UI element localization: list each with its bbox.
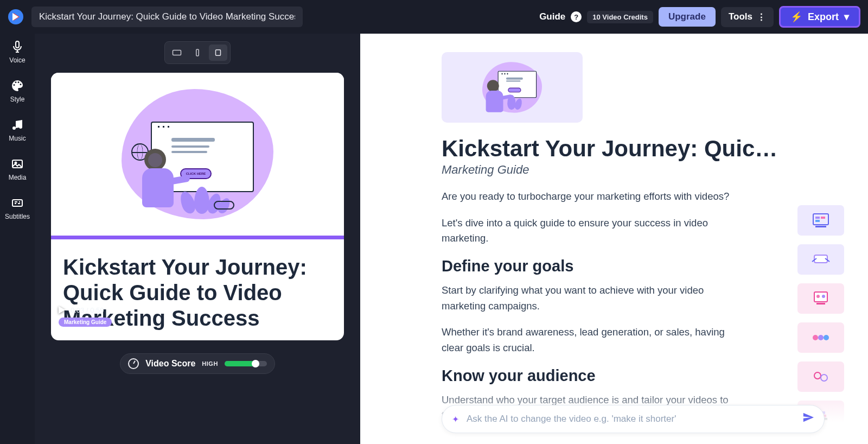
svg-rect-6 [12,200,22,206]
content-heading[interactable]: Know your audience [442,367,738,385]
export-button[interactable]: ⚡ Export ▾ [779,6,860,28]
topbar: Guide ? 10 Video Credits Upgrade Tools ⋮… [0,0,868,34]
tools-button[interactable]: Tools ⋮ [721,7,774,27]
play-icon[interactable] [59,306,65,314]
svg-rect-11 [815,217,820,219]
content-paragraph[interactable]: Whether it's brand awareness, lead gener… [442,325,738,356]
scene-thumbnails [797,205,844,431]
scene-thumb[interactable] [797,322,844,353]
sidebar-item-music[interactable]: Music [9,118,25,142]
svg-rect-19 [816,303,825,305]
svg-point-3 [19,125,22,129]
svg-rect-13 [815,220,820,222]
subtitle-chip: Marketing Guide [59,318,112,327]
sidebar-item-subtitles[interactable]: Subtitles [5,196,30,220]
svg-point-18 [822,295,825,298]
svg-rect-7 [173,50,181,55]
guide-label[interactable]: Guide [539,11,565,22]
svg-rect-16 [814,292,827,302]
content-title[interactable]: Kickstart Your Journey: Quick Guide t… [442,136,782,162]
sidebar-item-style[interactable]: Style [10,79,25,103]
scene-thumb[interactable] [797,205,844,236]
sidebar-item-label: Media [9,174,27,181]
svg-point-22 [824,335,829,340]
ai-prompt-bar: ✦ [442,405,825,433]
svg-point-2 [12,126,16,130]
scene-thumb[interactable] [797,361,844,392]
ai-prompt-input[interactable] [467,414,795,424]
app-logo[interactable] [8,9,24,25]
aspect-landscape-button[interactable] [168,45,186,61]
video-time: 0:03 / 0:59 [71,306,104,314]
content-heading[interactable]: Define your goals [442,257,738,275]
image-icon [11,157,24,170]
sidebar-item-label: Subtitles [5,213,30,220]
export-label: Export [808,11,839,23]
content-paragraph[interactable]: Let's dive into a quick guide to ensure … [442,215,738,246]
aspect-square-button[interactable] [209,45,227,61]
sparkle-icon: ✦ [452,414,459,424]
svg-point-23 [814,372,821,379]
upgrade-button[interactable]: Upgrade [659,7,716,27]
chevron-down-icon: ▾ [844,11,849,23]
help-icon[interactable]: ? [571,11,582,22]
bolt-icon: ⚡ [790,11,802,23]
music-icon [11,118,24,131]
svg-rect-10 [813,214,828,225]
sidebar-item-media[interactable]: Media [9,157,27,181]
content-paragraph[interactable]: Start by clarifying what you want to ach… [442,283,738,314]
video-score-label: Video Score [145,359,195,369]
more-icon: ⋮ [757,11,766,23]
sidebar-item-label: Voice [9,56,25,64]
gauge-icon [128,358,139,369]
video-score-bar [225,361,267,366]
project-title-input[interactable] [31,7,303,27]
sidebar: Voice Style Music Media Subtitles [0,34,35,444]
video-controls: 0:03 / 0:59 Marketing Guide [51,301,344,340]
content-panel: Kickstart Your Journey: Quick Guide t… M… [360,34,868,444]
video-score-pill[interactable]: Video Score HIGH [120,353,275,374]
svg-rect-8 [196,49,199,56]
sidebar-item-voice[interactable]: Voice [9,40,25,64]
svg-rect-9 [216,50,221,56]
content-paragraph[interactable]: Are you ready to turbocharge your market… [442,189,738,205]
svg-rect-12 [821,217,825,219]
video-hero-frame: CLICK HERE [51,73,344,236]
svg-rect-14 [815,226,826,227]
preview-panel: CLICK HERE Kickstart Your Journey: Quick… [35,34,360,444]
content-paragraph[interactable]: Personalized content leads to better eng… [442,434,738,444]
video-score-level: HIGH [202,360,218,367]
sidebar-item-label: Music [9,135,25,142]
tools-label: Tools [729,11,752,22]
svg-point-21 [818,335,824,340]
svg-point-17 [816,295,820,298]
aspect-ratio-switch [164,41,231,64]
subtitles-icon [11,196,24,210]
seekbar[interactable] [59,331,336,334]
svg-rect-1 [16,41,19,48]
credits-badge[interactable]: 10 Video Credits [587,11,653,23]
video-preview[interactable]: CLICK HERE Kickstart Your Journey: Quick… [51,73,344,340]
aspect-portrait-button[interactable] [188,45,207,61]
scene-thumb[interactable] [797,244,844,275]
scene-thumb[interactable] [797,283,844,314]
microphone-icon [11,40,24,53]
palette-icon [11,79,24,92]
content-subtitle[interactable]: Marketing Guide [442,163,844,177]
svg-point-24 [821,375,827,381]
sidebar-item-label: Style [10,96,25,103]
content-hero-thumb[interactable] [442,52,583,123]
send-button[interactable] [802,411,814,427]
svg-point-20 [813,335,818,340]
